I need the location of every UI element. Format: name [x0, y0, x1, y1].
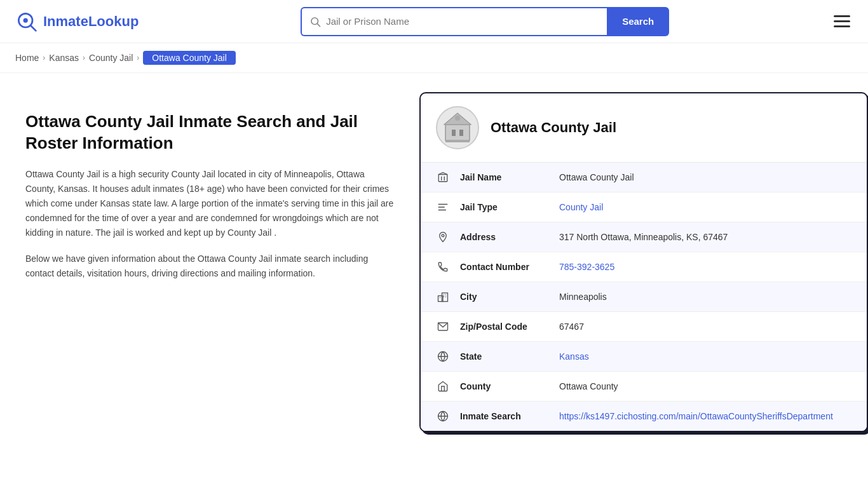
row-value: Ottawa County Jail	[559, 172, 634, 182]
zip-icon	[436, 321, 450, 332]
hamburger-menu[interactable]	[831, 13, 853, 30]
search-area: Search	[301, 7, 669, 36]
info-row: Jail TypeCounty Jail	[421, 193, 867, 222]
phone-icon	[436, 261, 450, 273]
info-row: Inmate Searchhttps://ks1497.cichosting.c…	[421, 402, 867, 431]
row-value: 317 North Ottawa, Minneapolis, KS, 67467	[559, 232, 728, 242]
svg-point-17	[442, 234, 444, 237]
breadcrumb-current: Ottawa County Jail	[143, 51, 236, 65]
row-value[interactable]: Kansas	[559, 351, 589, 362]
info-row: StateKansas	[421, 342, 867, 372]
svg-rect-10	[445, 140, 470, 142]
row-link[interactable]: https://ks1497.cichosting.com/main/Ottaw…	[559, 411, 833, 421]
address-icon	[436, 231, 450, 243]
row-label: Contact Number	[460, 262, 549, 272]
info-row: Address317 North Ottawa, Minneapolis, KS…	[421, 222, 867, 252]
row-label: Zip/Postal Code	[460, 322, 549, 332]
row-link[interactable]: 785-392-3625	[559, 262, 614, 272]
search-button[interactable]: Search	[607, 7, 669, 36]
main-content: Ottawa County Jail Inmate Search and Jai…	[0, 73, 868, 488]
svg-line-4	[318, 24, 320, 26]
jail-avatar	[436, 106, 479, 149]
search-input-wrap	[301, 7, 607, 36]
breadcrumb-home[interactable]: Home	[15, 53, 39, 63]
row-label: Address	[460, 232, 549, 242]
row-label: County	[460, 381, 549, 391]
page-title: Ottawa County Jail Inmate Search and Jai…	[25, 111, 394, 154]
row-link[interactable]: County Jail	[559, 202, 603, 212]
svg-rect-7	[459, 130, 463, 136]
row-link[interactable]: Kansas	[559, 351, 589, 362]
row-label: Jail Type	[460, 202, 549, 212]
row-value: 67467	[559, 322, 584, 332]
svg-rect-11	[438, 175, 447, 182]
right-panel: Ottawa County Jail Jail NameOttawa Count…	[419, 73, 868, 488]
row-label: Jail Name	[460, 172, 549, 182]
card-header: Ottawa County Jail	[421, 93, 867, 163]
county-icon	[436, 381, 450, 392]
logo-text: InmateLookup	[43, 13, 139, 30]
row-label: City	[460, 292, 549, 302]
breadcrumb-kansas[interactable]: Kansas	[49, 53, 79, 63]
svg-rect-9	[455, 116, 460, 121]
info-row: CityMinneapolis	[421, 282, 867, 312]
type-icon	[436, 201, 450, 213]
row-label: State	[460, 351, 549, 362]
info-card: Ottawa County Jail Jail NameOttawa Count…	[419, 92, 868, 432]
info-row: Jail NameOttawa County Jail	[421, 163, 867, 193]
info-row: CountyOttawa County	[421, 372, 867, 402]
logo[interactable]: InmateLookup	[15, 10, 139, 33]
city-icon	[436, 291, 450, 302]
info-row: Contact Number785-392-3625	[421, 252, 867, 282]
row-value[interactable]: https://ks1497.cichosting.com/main/Ottaw…	[559, 411, 833, 421]
row-value: Ottawa County	[559, 381, 618, 391]
row-label: Inmate Search	[460, 411, 549, 421]
breadcrumb-county-jail[interactable]: County Jail	[89, 53, 133, 63]
left-panel: Ottawa County Jail Inmate Search and Jai…	[0, 73, 419, 488]
page-desc-1: Ottawa County Jail is a high security Co…	[25, 167, 394, 240]
row-value: Minneapolis	[559, 292, 607, 302]
svg-point-2	[24, 18, 28, 22]
chevron-icon: ›	[137, 53, 139, 62]
building-icon	[440, 111, 475, 145]
svg-rect-5	[445, 125, 470, 141]
breadcrumb: Home › Kansas › County Jail › Ottawa Cou…	[0, 43, 868, 73]
info-row: Zip/Postal Code67467	[421, 312, 867, 342]
info-rows: Jail NameOttawa County JailJail TypeCoun…	[421, 163, 867, 431]
card-name: Ottawa County Jail	[491, 119, 616, 136]
inmate-icon	[436, 410, 450, 422]
state-icon	[436, 351, 450, 362]
search-icon	[309, 16, 321, 27]
row-value[interactable]: 785-392-3625	[559, 262, 614, 272]
jail-icon	[436, 172, 450, 183]
chevron-icon: ›	[83, 53, 85, 62]
svg-rect-6	[452, 130, 456, 136]
page-desc-2: Below we have given information about th…	[25, 252, 394, 281]
logo-icon	[15, 10, 38, 33]
svg-line-1	[31, 25, 36, 30]
header: InmateLookup Search	[0, 0, 868, 43]
search-input[interactable]	[326, 16, 599, 27]
row-value[interactable]: County Jail	[559, 202, 603, 212]
chevron-icon: ›	[43, 53, 45, 62]
